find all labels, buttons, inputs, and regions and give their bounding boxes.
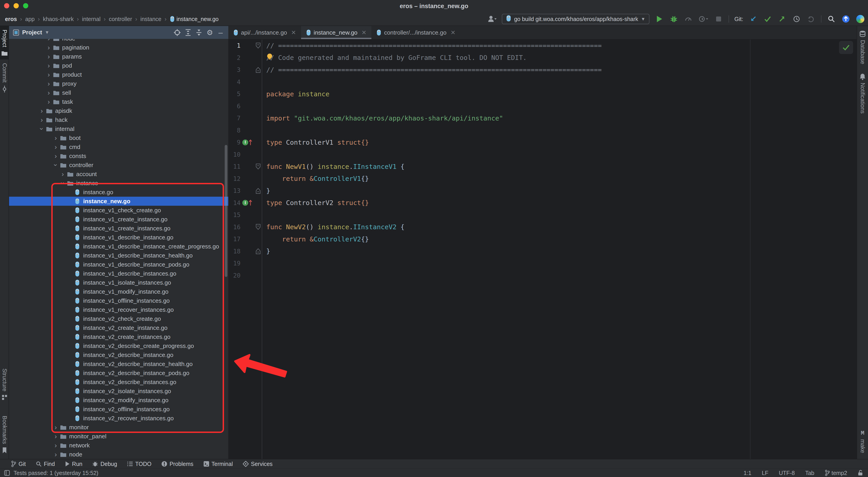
- chevron-collapsed-icon[interactable]: ›: [52, 451, 59, 458]
- tree-item[interactable]: ›proxy: [9, 79, 228, 88]
- tree-item[interactable]: instance_v2_isolate_instances.go: [9, 387, 228, 396]
- tree-item[interactable]: ›task: [9, 97, 228, 106]
- chevron-collapsed-icon[interactable]: ›: [52, 423, 59, 431]
- tree-item[interactable]: instance_v1_describe_instance_create_pro…: [9, 242, 228, 251]
- breadcrumb-item[interactable]: app: [25, 16, 35, 22]
- tree-item[interactable]: ›instance: [9, 179, 228, 188]
- tool-window-button-terminal[interactable]: Terminal: [204, 461, 233, 467]
- tree-item[interactable]: instance_v2_describe_instance.go: [9, 350, 228, 359]
- indent-widget[interactable]: Tab: [805, 470, 814, 476]
- tree-item[interactable]: ›params: [9, 52, 228, 61]
- code-line[interactable]: 1// ====================================…: [228, 39, 857, 52]
- editor-tab[interactable]: api/.../instance.go✕: [228, 26, 301, 39]
- tree-item[interactable]: instance_v2_recover_instances.go: [9, 414, 228, 423]
- intention-bulb-icon[interactable]: [267, 54, 272, 59]
- tree-item[interactable]: instance.go: [9, 188, 228, 197]
- close-tab-icon[interactable]: ✕: [362, 29, 366, 36]
- hide-panel-icon[interactable]: –: [217, 28, 225, 37]
- tool-window-button-services[interactable]: Services: [243, 461, 273, 467]
- overridden-up-arrow-icon[interactable]: [249, 199, 252, 206]
- fold-end-icon[interactable]: [255, 248, 261, 254]
- code-editor[interactable]: 1// ====================================…: [228, 39, 857, 459]
- profiler-button[interactable]: [684, 14, 693, 24]
- code-line[interactable]: 19: [228, 257, 857, 269]
- code-line[interactable]: 13}: [228, 185, 857, 197]
- tree-item[interactable]: instance_v2_offline_instances.go: [9, 405, 228, 414]
- fold-start-icon[interactable]: [255, 163, 261, 170]
- user-account-icon[interactable]: [487, 14, 496, 24]
- code-line[interactable]: 18}: [228, 245, 857, 258]
- close-window-button[interactable]: [4, 3, 9, 8]
- editor-tab[interactable]: instance_new.go✕: [301, 26, 372, 39]
- code-line[interactable]: 4: [228, 76, 857, 88]
- code-line[interactable]: 5package instance: [228, 88, 857, 100]
- code-line[interactable]: 12 return &ControllerV1{}: [228, 173, 857, 185]
- locate-file-icon[interactable]: [173, 28, 181, 37]
- tree-item[interactable]: instance_v1_describe_instance_health.go: [9, 251, 228, 260]
- run-configuration-select[interactable]: go build git.woa.com/khaos/eros/app/khao…: [502, 14, 649, 24]
- fold-end-icon[interactable]: [255, 188, 261, 194]
- tree-item[interactable]: ›monitor_panel: [9, 432, 228, 441]
- tree-scrollbar[interactable]: [225, 145, 227, 277]
- code-line[interactable]: 14Itype ControllerV2 struct{}: [228, 197, 857, 209]
- tree-item[interactable]: ›hack: [9, 115, 228, 124]
- stop-button[interactable]: [714, 14, 723, 24]
- tool-window-button-git[interactable]: Git: [11, 461, 26, 467]
- chevron-collapsed-icon[interactable]: ›: [45, 80, 53, 88]
- coverage-button[interactable]: [698, 14, 709, 24]
- tree-item[interactable]: instance_v1_describe_instances.go: [9, 269, 228, 278]
- stripe-tab-commit[interactable]: Commit: [0, 59, 9, 96]
- chevron-collapsed-icon[interactable]: ›: [38, 116, 45, 124]
- line-ending-widget[interactable]: LF: [762, 470, 768, 476]
- chevron-collapsed-icon[interactable]: ›: [52, 143, 59, 151]
- run-button[interactable]: [655, 14, 664, 24]
- tool-window-button-find[interactable]: Find: [36, 461, 55, 467]
- history-button[interactable]: [792, 14, 801, 24]
- project-tool-window-header[interactable]: Project ▼ ⚙ –: [9, 26, 228, 39]
- tree-item[interactable]: ›internal: [9, 124, 228, 133]
- code-line[interactable]: 20: [228, 269, 857, 282]
- git-push-button[interactable]: [778, 14, 786, 24]
- chevron-collapsed-icon[interactable]: ›: [45, 89, 53, 96]
- chevron-collapsed-icon[interactable]: ›: [45, 98, 53, 106]
- status-message[interactable]: Tests passed: 1 (yesterday 15:52): [13, 470, 98, 476]
- tree-item[interactable]: instance_v1_describe_instance.go: [9, 233, 228, 242]
- tree-item[interactable]: ›consts: [9, 151, 228, 160]
- fold-start-icon[interactable]: [255, 224, 261, 230]
- rollback-button[interactable]: [807, 14, 815, 24]
- code-line[interactable]: 15: [228, 209, 857, 221]
- tree-item[interactable]: instance_v1_create_instance.go: [9, 215, 228, 224]
- close-tab-icon[interactable]: ✕: [291, 29, 296, 36]
- tree-item[interactable]: ›boot: [9, 133, 228, 142]
- chevron-collapsed-icon[interactable]: ›: [45, 62, 53, 69]
- chevron-collapsed-icon[interactable]: ›: [45, 71, 53, 79]
- debug-button[interactable]: [669, 14, 678, 24]
- tree-item[interactable]: ›node: [9, 450, 228, 459]
- stripe-tab-database[interactable]: Database: [857, 26, 868, 69]
- tree-item[interactable]: ›monitor: [9, 423, 228, 432]
- chevron-expanded-icon[interactable]: ›: [52, 161, 60, 169]
- tree-item[interactable]: instance_v2_check_create.go: [9, 314, 228, 323]
- tree-item-selected[interactable]: instance_new.go: [9, 197, 228, 206]
- caret-position-widget[interactable]: 1:1: [743, 470, 751, 476]
- tree-item[interactable]: instance_v2_modify_instance.go: [9, 396, 228, 405]
- collapse-all-icon[interactable]: [195, 28, 203, 37]
- overridden-up-arrow-icon[interactable]: [249, 139, 252, 146]
- encoding-widget[interactable]: UTF-8: [779, 470, 795, 476]
- git-update-button[interactable]: [749, 14, 758, 24]
- code-line[interactable]: 2// Code generated and maintained by GoF…: [228, 52, 857, 64]
- chevron-collapsed-icon[interactable]: ›: [45, 39, 53, 42]
- git-commit-button[interactable]: [763, 14, 772, 24]
- chevron-collapsed-icon[interactable]: ›: [45, 43, 53, 51]
- implemented-interface-icon[interactable]: I: [242, 200, 248, 206]
- tool-window-widget-icon[interactable]: [4, 470, 10, 476]
- editor-tab[interactable]: controller/.../instance.go✕: [371, 26, 460, 39]
- settings-sync-icon[interactable]: [856, 14, 865, 24]
- tool-window-button-problems[interactable]: Problems: [161, 461, 193, 467]
- code-line[interactable]: 11func NewV1() instance.IInstanceV1 {: [228, 160, 857, 173]
- tree-item[interactable]: instance_v1_modify_instance.go: [9, 287, 228, 296]
- code-line[interactable]: 7import "git.woa.com/khaos/eros/app/khao…: [228, 112, 857, 124]
- chevron-collapsed-icon[interactable]: ›: [59, 170, 66, 178]
- tree-item[interactable]: instance_v2_create_instance.go: [9, 323, 228, 332]
- chevron-collapsed-icon[interactable]: ›: [52, 152, 59, 160]
